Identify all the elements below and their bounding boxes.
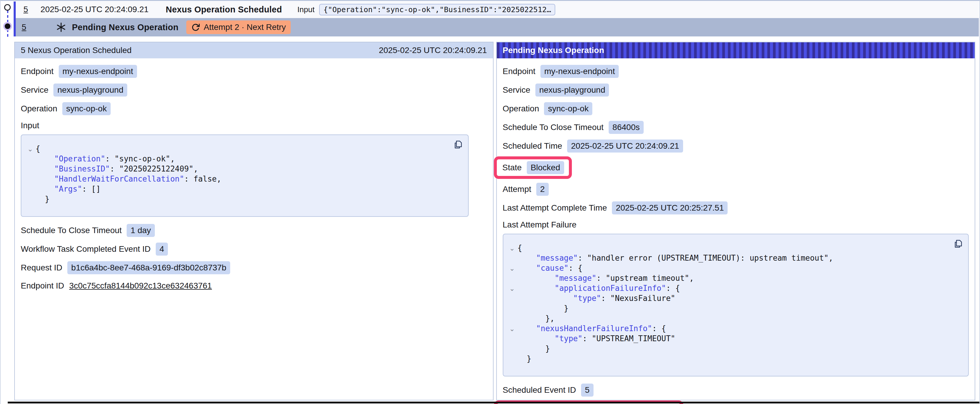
attempt-retry-text: Attempt 2 · Next Retry bbox=[204, 22, 286, 32]
collapse-chevron-icon[interactable]: ⌄ bbox=[25, 144, 36, 154]
pending-operation-panel: Pending Nexus Operation Endpointmy-nexus… bbox=[496, 42, 975, 401]
field-state: StateBlocked bbox=[494, 156, 572, 179]
code-gutter bbox=[25, 154, 36, 164]
field-label: State bbox=[503, 163, 522, 173]
field-scheduled-time: Scheduled Time2025-02-25 UTC 20:24:09.21 bbox=[503, 139, 683, 152]
code-line: "BusinessID": "20250225122409", bbox=[25, 164, 462, 174]
code-gutter bbox=[507, 334, 518, 344]
field-label: Scheduled Event ID bbox=[503, 385, 576, 395]
code-gutter bbox=[25, 185, 36, 194]
copy-icon[interactable] bbox=[453, 139, 463, 150]
event-detail-panels: 5 Nexus Operation Scheduled 2025-02-25 U… bbox=[14, 42, 975, 401]
field-value-chip: Blocked bbox=[527, 161, 564, 174]
pending-operation-panel-body: Endpointmy-nexus-endpointServicenexus-pl… bbox=[497, 59, 975, 404]
field-label: Operation bbox=[503, 104, 539, 113]
code-line: "Operation": "sync-op-ok", bbox=[25, 154, 462, 164]
code-line: } bbox=[507, 354, 963, 364]
code-line: ⌄ "cause": { bbox=[507, 263, 963, 273]
field-value-chip: b1c6a4bc-8ee7-468a-9169-df3b02c8737b bbox=[67, 261, 230, 274]
timeline-filled-marker-icon bbox=[5, 24, 10, 29]
code-line: ⌄{ bbox=[507, 243, 963, 253]
collapse-chevron-icon[interactable]: ⌄ bbox=[507, 264, 518, 273]
code-gutter bbox=[507, 294, 518, 304]
field-operation: Operationsync-op-ok bbox=[21, 102, 111, 115]
field-endpoint: Endpointmy-nexus-endpoint bbox=[21, 65, 137, 78]
field-value-link[interactable]: 3c0c75ccfa8144b092c13ce632463761 bbox=[69, 281, 212, 291]
field-value-chip: 86400s bbox=[609, 121, 644, 134]
event-row-pending-nexus-operation[interactable]: 5 Pending Nexus Operation Attempt 2 · Ne… bbox=[16, 18, 979, 36]
field-service: Servicenexus-playground bbox=[21, 84, 127, 97]
scheduled-event-panel-body: Endpointmy-nexus-endpointServicenexus-pl… bbox=[15, 59, 493, 292]
field-value-chip: 5 bbox=[581, 383, 593, 397]
event-input-label: Input bbox=[298, 5, 315, 14]
pending-operation-panel-header: Pending Nexus Operation bbox=[497, 42, 975, 59]
code-gutter bbox=[507, 354, 518, 364]
event-input-preview-chip[interactable]: {"Operation":"sync-op-ok","BusinessID":"… bbox=[319, 4, 555, 16]
code-gutter bbox=[507, 304, 518, 314]
event-history-rows: 5 2025-02-25 UTC 20:24:09.21 Nexus Opera… bbox=[2, 1, 979, 37]
last-attempt-failure-json-block: ⌄{ "message": "handler error (UPSTREAM_T… bbox=[503, 234, 969, 377]
pending-operation-title: Pending Nexus Operation bbox=[72, 22, 178, 32]
field-label: Service bbox=[503, 85, 530, 95]
input-section-label: Input bbox=[21, 121, 487, 130]
collapse-chevron-icon[interactable]: ⌄ bbox=[507, 324, 518, 334]
collapse-chevron-icon[interactable]: ⌄ bbox=[507, 284, 518, 293]
code-line: ⌄{ bbox=[25, 144, 462, 154]
field-value-chip: my-nexus-endpoint bbox=[541, 65, 619, 78]
code-gutter bbox=[507, 344, 518, 354]
field-last-attempt-complete-time: Last Attempt Complete Time2025-02-25 UTC… bbox=[503, 201, 728, 214]
field-value-chip: nexus-playground bbox=[53, 84, 127, 97]
event-rows-list: 5 2025-02-25 UTC 20:24:09.21 Nexus Opera… bbox=[14, 1, 979, 37]
code-line: "Args": [] bbox=[25, 184, 462, 194]
event-timeline bbox=[2, 1, 14, 37]
event-row-nexus-operation-scheduled[interactable]: 5 2025-02-25 UTC 20:24:09.21 Nexus Opera… bbox=[16, 1, 979, 18]
workflow-history-view: 5 2025-02-25 UTC 20:24:09.21 Nexus Opera… bbox=[0, 0, 980, 404]
scheduled-event-panel: 5 Nexus Operation Scheduled 2025-02-25 U… bbox=[14, 42, 493, 401]
code-line: } bbox=[507, 304, 963, 314]
field-value-chip: my-nexus-endpoint bbox=[59, 65, 137, 78]
field-schedule-to-close-timeout: Schedule To Close Timeout1 day bbox=[21, 224, 155, 237]
code-line: }, bbox=[507, 314, 963, 324]
code-gutter bbox=[25, 165, 36, 174]
code-gutter bbox=[507, 274, 518, 284]
panel-title: 5 Nexus Operation Scheduled bbox=[21, 46, 132, 55]
attempt-retry-badge: Attempt 2 · Next Retry bbox=[186, 21, 291, 34]
event-id-link[interactable]: 5 bbox=[24, 5, 28, 14]
field-label: Schedule To Close Timeout bbox=[503, 123, 604, 132]
code-line: "message": "upstream timeout", bbox=[507, 273, 963, 284]
field-value-chip: 2025-02-25 UTC 20:24:09.21 bbox=[567, 139, 683, 152]
bottom-window-divider bbox=[8, 402, 979, 403]
input-json-block: ⌄{ "Operation": "sync-op-ok", "BusinessI… bbox=[21, 135, 469, 217]
event-timestamp: 2025-02-25 UTC 20:24:09.21 bbox=[41, 5, 149, 14]
code-gutter bbox=[25, 174, 36, 184]
code-gutter bbox=[507, 253, 518, 263]
field-label: Attempt bbox=[503, 185, 531, 194]
field-label: Endpoint ID bbox=[21, 281, 64, 291]
field-value-chip: 1 day bbox=[127, 224, 155, 237]
code-line: "HandlerWaitForCancellation": false, bbox=[25, 174, 462, 184]
field-value-chip: sync-op-ok bbox=[544, 102, 592, 115]
field-value-chip: 4 bbox=[156, 242, 168, 256]
code-gutter bbox=[507, 314, 518, 324]
field-attempt: Attempt2 bbox=[503, 183, 549, 196]
field-service: Servicenexus-playground bbox=[503, 84, 609, 97]
collapse-chevron-icon[interactable]: ⌄ bbox=[507, 244, 518, 253]
code-line: ⌄ "nexusHandlerFailureInfo": { bbox=[507, 324, 963, 334]
code-line: "type": "NexusFailure" bbox=[507, 293, 963, 304]
event-id-link[interactable]: 5 bbox=[22, 22, 26, 32]
copy-icon[interactable] bbox=[953, 238, 963, 249]
field-request-id: Request IDb1c6a4bc-8ee7-468a-9169-df3b02… bbox=[21, 261, 230, 274]
field-label: Endpoint bbox=[21, 67, 54, 76]
code-line: } bbox=[25, 194, 462, 204]
code-gutter bbox=[25, 195, 36, 204]
field-operation: Operationsync-op-ok bbox=[503, 102, 593, 115]
code-line: } bbox=[507, 344, 963, 354]
scheduled-event-panel-header: 5 Nexus Operation Scheduled 2025-02-25 U… bbox=[15, 42, 493, 59]
field-workflow-task-completed-event-id: Workflow Task Completed Event ID4 bbox=[21, 242, 168, 256]
panel-title: Pending Nexus Operation bbox=[503, 46, 604, 55]
asterisk-pending-icon bbox=[56, 22, 67, 33]
event-title: Nexus Operation Scheduled bbox=[166, 5, 282, 14]
code-line: "message": "handler error (UPSTREAM_TIME… bbox=[507, 253, 963, 263]
code-line: ⌄ "applicationFailureInfo": { bbox=[507, 284, 963, 293]
code-line: "type": "UPSTREAM_TIMEOUT" bbox=[507, 334, 963, 344]
